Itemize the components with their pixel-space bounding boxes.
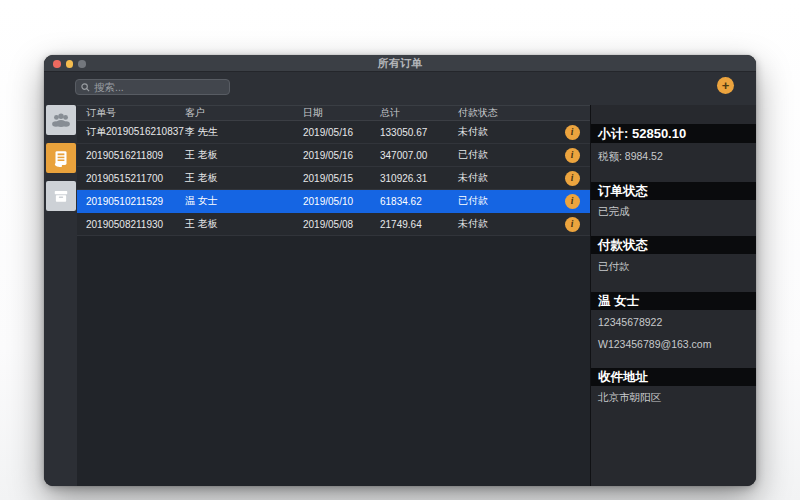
- date-cell: 2019/05/15: [303, 173, 380, 184]
- customer-name-header: 温 女士: [591, 292, 756, 310]
- sidebar-item-orders[interactable]: [46, 143, 76, 173]
- customer-cell: 温 女士: [185, 194, 303, 208]
- order-no-cell: 20190510211529: [86, 196, 185, 207]
- payment-status-cell: 未付款: [458, 125, 554, 139]
- date-cell: 2019/05/16: [303, 127, 380, 138]
- info-button[interactable]: i: [565, 217, 580, 232]
- order-no-cell: 20190515211700: [86, 173, 185, 184]
- shipping-address-value: 北京市朝阳区: [598, 391, 661, 405]
- search-field[interactable]: [75, 79, 230, 95]
- people-icon: [50, 109, 72, 131]
- payment-status-cell: 未付款: [458, 171, 554, 185]
- total-cell: 61834.62: [380, 196, 458, 207]
- total-cell: 133050.67: [380, 127, 458, 138]
- orders-table: 订单号 客户 日期 总计 付款状态 订单20190516210837 李 先生 …: [77, 105, 590, 486]
- total-cell: 347007.00: [380, 150, 458, 161]
- table-row[interactable]: 20190515211700 王 老板 2019/05/15 310926.31…: [77, 167, 590, 190]
- tax-line: 税额: 8984.52: [598, 150, 663, 164]
- sidebar-item-inventory[interactable]: [46, 181, 76, 211]
- order-status-header: 订单状态: [591, 182, 756, 200]
- customer-cell: 李 先生: [185, 125, 303, 139]
- table-row[interactable]: 订单20190516210837 李 先生 2019/05/16 133050.…: [77, 121, 590, 144]
- customer-cell: 王 老板: [185, 171, 303, 185]
- ledger-icon: [50, 147, 72, 169]
- order-status-value: 已完成: [598, 205, 630, 219]
- order-detail-panel: 小计: 52850.10 税额: 8984.52 订单状态 已完成 付款状态 已…: [591, 105, 756, 486]
- total-cell: 310926.31: [380, 173, 458, 184]
- table-row[interactable]: 20190508211930 王 老板 2019/05/08 21749.64 …: [77, 213, 590, 236]
- order-no-cell: 20190508211930: [86, 219, 185, 230]
- search-icon: [81, 83, 90, 92]
- search-input[interactable]: [94, 81, 224, 93]
- app-window: 所有订单 +: [44, 55, 756, 486]
- payment-status-cell: 未付款: [458, 217, 554, 231]
- zoom-button[interactable]: [78, 60, 86, 68]
- box-icon: [50, 185, 72, 207]
- order-no-cell: 订单20190516210837: [86, 125, 185, 139]
- customer-cell: 王 老板: [185, 217, 303, 231]
- window-title: 所有订单: [377, 56, 422, 71]
- column-header-total[interactable]: 总计: [380, 106, 458, 120]
- toolbar: +: [44, 72, 756, 105]
- subtotal-label: 小计:: [598, 126, 628, 141]
- subtotal-header: 小计: 52850.10: [591, 124, 756, 143]
- tax-value: 8984.52: [625, 150, 663, 162]
- info-button[interactable]: i: [565, 171, 580, 186]
- table-row-selected[interactable]: 20190510211529 温 女士 2019/05/10 61834.62 …: [77, 190, 590, 213]
- customer-phone: 12345678922: [598, 316, 662, 328]
- sidebar-rail: [44, 105, 77, 486]
- customer-cell: 王 老板: [185, 148, 303, 162]
- add-order-button[interactable]: +: [717, 77, 734, 94]
- close-button[interactable]: [53, 60, 61, 68]
- tax-label: 税额:: [598, 150, 622, 162]
- subtotal-value: 52850.10: [632, 126, 686, 141]
- shipping-address-header: 收件地址: [591, 368, 756, 386]
- payment-status-cell: 已付款: [458, 194, 554, 208]
- column-header-customer[interactable]: 客户: [185, 106, 303, 120]
- app-body: 订单号 客户 日期 总计 付款状态 订单20190516210837 李 先生 …: [44, 105, 756, 486]
- table-row[interactable]: 20190516211809 王 老板 2019/05/16 347007.00…: [77, 144, 590, 167]
- table-header-row: 订单号 客户 日期 总计 付款状态: [77, 105, 590, 121]
- date-cell: 2019/05/16: [303, 150, 380, 161]
- title-bar[interactable]: 所有订单: [44, 55, 756, 72]
- info-button[interactable]: i: [565, 125, 580, 140]
- info-button[interactable]: i: [565, 148, 580, 163]
- total-cell: 21749.64: [380, 219, 458, 230]
- order-no-cell: 20190516211809: [86, 150, 185, 161]
- sidebar-item-customers[interactable]: [46, 105, 76, 135]
- traffic-lights: [53, 60, 86, 68]
- date-cell: 2019/05/08: [303, 219, 380, 230]
- customer-email: W123456789@163.com: [598, 338, 711, 350]
- date-cell: 2019/05/10: [303, 196, 380, 207]
- payment-status-header: 付款状态: [591, 236, 756, 254]
- column-header-date[interactable]: 日期: [303, 106, 380, 120]
- payment-status-value: 已付款: [598, 260, 630, 274]
- payment-status-cell: 已付款: [458, 148, 554, 162]
- column-header-order-no[interactable]: 订单号: [86, 106, 185, 120]
- column-header-status[interactable]: 付款状态: [458, 106, 554, 120]
- minimize-button[interactable]: [66, 60, 74, 68]
- info-button[interactable]: i: [565, 194, 580, 209]
